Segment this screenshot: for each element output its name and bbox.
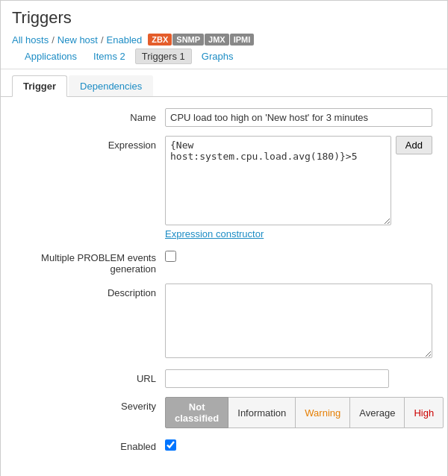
page-header: Triggers All hosts / New host / Enabled … [1,1,447,69]
tab-dependencies[interactable]: Dependencies [69,75,153,96]
description-label: Description [16,284,165,298]
expression-textarea[interactable]: {New host:system.cpu.load.avg(180)}>5 [165,136,391,225]
multiple-problem-control [165,248,432,262]
breadcrumb-all-hosts[interactable]: All hosts [12,34,49,46]
name-row: Name [16,108,432,127]
tab-trigger[interactable]: Trigger [12,75,67,97]
enabled-checkbox[interactable] [165,439,176,451]
multiple-problem-checkbox[interactable] [165,251,176,262]
severity-high[interactable]: High [404,397,444,428]
nav-tab-triggers[interactable]: Triggers 1 [135,48,192,64]
name-control [165,108,432,127]
enabled-control [165,437,432,451]
description-textarea[interactable] [165,284,432,358]
severity-average[interactable]: Average [349,397,405,428]
expression-row: Expression {New host:system.cpu.load.avg… [16,136,432,239]
severity-control: Not classified Information Warning Avera… [165,397,443,428]
nav-tab-items[interactable]: Items 2 [87,48,132,64]
breadcrumb: All hosts / New host / Enabled ZBX SNMP … [12,34,436,64]
breadcrumb-enabled: Enabled [107,34,143,46]
nav-tabs-bar: Applications Items 2 Triggers 1 Graphs [18,48,240,64]
badge-ipmi[interactable]: IPMI [230,34,255,46]
multiple-problem-label: Multiple PROBLEM events generation [16,248,165,275]
name-label: Name [16,108,165,123]
form-body: Name Expression {New host:system.cpu.loa… [1,97,447,472]
badge-jmx[interactable]: JMX [205,34,229,46]
url-input[interactable] [165,369,389,388]
enabled-row: Enabled [16,437,432,452]
severity-label: Severity [16,397,165,412]
severity-group: Not classified Information Warning Avera… [165,397,443,428]
breadcrumb-sep1: / [52,34,55,46]
protocol-badges: ZBX SNMP JMX IPMI [148,34,254,46]
breadcrumb-new-host[interactable]: New host [57,34,98,46]
expression-constructor-link[interactable]: Expression constructor [165,228,432,239]
expression-add-button[interactable]: Add [396,136,432,154]
tabs-container: Trigger Dependencies [1,69,447,97]
nav-tab-applications[interactable]: Applications [18,48,84,64]
description-row: Description [16,284,432,360]
severity-row: Severity Not classified Information Warn… [16,397,432,428]
expression-control: {New host:system.cpu.load.avg(180)}>5 Ad… [165,136,432,239]
badge-zbx[interactable]: ZBX [148,34,172,46]
page-wrapper: Triggers All hosts / New host / Enabled … [0,0,448,476]
name-input[interactable] [165,108,432,127]
expression-label: Expression [16,136,165,151]
severity-not-classified[interactable]: Not classified [165,397,228,428]
nav-tab-graphs[interactable]: Graphs [195,48,240,64]
severity-information[interactable]: Information [228,397,296,428]
url-control [165,369,432,388]
page-title: Triggers [12,8,436,28]
enabled-label: Enabled [16,437,165,452]
badge-snmp[interactable]: SNMP [172,34,204,46]
description-control [165,284,432,360]
severity-warning[interactable]: Warning [295,397,350,428]
multiple-problem-row: Multiple PROBLEM events generation [16,248,432,275]
url-label: URL [16,369,165,384]
breadcrumb-sep2: / [101,34,104,46]
url-row: URL [16,369,432,388]
